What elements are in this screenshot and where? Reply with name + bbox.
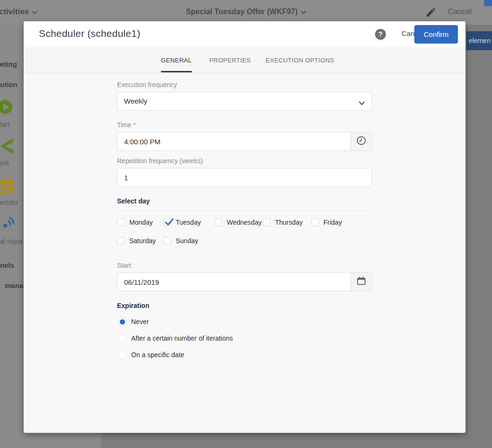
repetition-label: Repetition frequency (weeks) bbox=[117, 157, 372, 165]
topbar-primary-button-cut[interactable] bbox=[484, 0, 492, 6]
divider bbox=[117, 211, 372, 211]
tab-properties[interactable]: PROPERTIES bbox=[209, 47, 251, 73]
expiration-label: Expiration bbox=[117, 302, 372, 309]
section-targeting: eting bbox=[0, 60, 17, 68]
time-label: Time* bbox=[117, 121, 372, 129]
app-screen: ctivities Special Tuesday Offer (WKF97) … bbox=[0, 0, 492, 448]
time-input[interactable] bbox=[117, 132, 350, 150]
calendar-icon bbox=[356, 276, 367, 288]
play-circle-icon[interactable] bbox=[0, 99, 14, 116]
expiration-radio-never[interactable]: Never bbox=[117, 317, 372, 326]
palette-item-external-signal[interactable]: al signa bbox=[0, 237, 23, 245]
edit-pencil-icon[interactable] bbox=[425, 7, 437, 18]
day-checkbox-thursday[interactable]: Thursday bbox=[263, 219, 311, 226]
execution-frequency-select[interactable]: Weekly bbox=[117, 92, 372, 111]
confirm-button[interactable]: Confirm bbox=[414, 25, 458, 44]
clock-icon bbox=[356, 135, 367, 148]
day-checkbox-monday[interactable]: Monday bbox=[117, 219, 163, 226]
radio-icon bbox=[118, 334, 126, 343]
checkbox-icon bbox=[163, 237, 171, 245]
dialog-header: Scheduler (schedule1) ? Cancel Confirm bbox=[24, 21, 465, 47]
checkbox-checked-icon bbox=[163, 219, 171, 226]
elements-button-cut[interactable]: elemen bbox=[466, 31, 492, 50]
dialog-title: Scheduler (schedule1) bbox=[39, 28, 140, 39]
workflow-title-label: Special Tuesday Offer (WKF97) bbox=[186, 8, 297, 16]
tab-execution-options[interactable]: EXECUTION OPTIONS bbox=[266, 47, 334, 73]
workflow-title-dropdown[interactable]: Special Tuesday Offer (WKF97) bbox=[0, 8, 492, 16]
checkbox-icon bbox=[263, 219, 270, 226]
start-label: Start bbox=[117, 262, 372, 269]
start-date-input[interactable] bbox=[117, 273, 350, 291]
radio-icon bbox=[118, 351, 126, 359]
day-checkbox-wednesday[interactable]: Wednesday bbox=[215, 219, 263, 226]
time-input-wrap bbox=[117, 132, 351, 151]
checkbox-icon bbox=[311, 219, 319, 226]
select-day-label: Select day bbox=[117, 197, 372, 205]
chevron-down-icon bbox=[301, 8, 306, 16]
expiration-radio-specific-date[interactable]: On a specific date bbox=[117, 351, 372, 359]
checkbox-icon bbox=[215, 219, 222, 226]
day-checkbox-tuesday[interactable]: Tuesday bbox=[163, 219, 215, 226]
help-icon[interactable]: ? bbox=[375, 29, 386, 40]
time-picker-button[interactable] bbox=[350, 132, 372, 151]
execution-frequency-label: Execution frequency bbox=[117, 81, 372, 88]
repetition-input-wrap bbox=[117, 168, 372, 187]
palette-item-fork[interactable]: ork bbox=[0, 159, 9, 167]
fork-arrows-icon[interactable] bbox=[0, 138, 14, 156]
day-row-2: Saturday Sunday bbox=[117, 237, 372, 245]
required-asterisk: * bbox=[134, 121, 136, 129]
day-checkbox-sunday[interactable]: Sunday bbox=[163, 237, 198, 245]
checkbox-icon bbox=[117, 237, 125, 245]
dialog-content: Execution frequency Weekly Time* bbox=[24, 73, 465, 359]
topbar-cancel-button[interactable]: Cancel bbox=[448, 8, 472, 16]
repetition-input[interactable] bbox=[117, 168, 372, 186]
radio-selected-icon bbox=[118, 317, 126, 326]
checkbox-icon bbox=[117, 219, 125, 226]
start-input-wrap bbox=[117, 272, 351, 291]
day-row-1: Monday Tuesday Wednesday Thursday bbox=[117, 219, 372, 226]
tab-general[interactable]: GENERAL bbox=[161, 47, 192, 73]
day-checkbox-friday[interactable]: Friday bbox=[311, 219, 342, 226]
signal-waves-icon[interactable] bbox=[0, 215, 16, 234]
section-channels: nels bbox=[0, 261, 14, 269]
palette-item-start[interactable]: tart bbox=[0, 121, 9, 128]
day-checkbox-saturday[interactable]: Saturday bbox=[117, 237, 163, 245]
expiration-radio-iterations[interactable]: After a certain number of iterations bbox=[117, 334, 372, 343]
calendar-grid-icon[interactable] bbox=[0, 179, 14, 196]
date-picker-button[interactable] bbox=[350, 272, 372, 291]
execution-frequency-value: Weekly bbox=[117, 92, 372, 110]
scheduler-dialog: Scheduler (schedule1) ? Cancel Confirm G… bbox=[24, 21, 465, 433]
dialog-tabbar: GENERAL PROPERTIES EXECUTION OPTIONS bbox=[24, 47, 465, 73]
palette-item-scheduler[interactable]: eduler bbox=[0, 199, 18, 206]
section-execution: ution bbox=[0, 80, 18, 88]
